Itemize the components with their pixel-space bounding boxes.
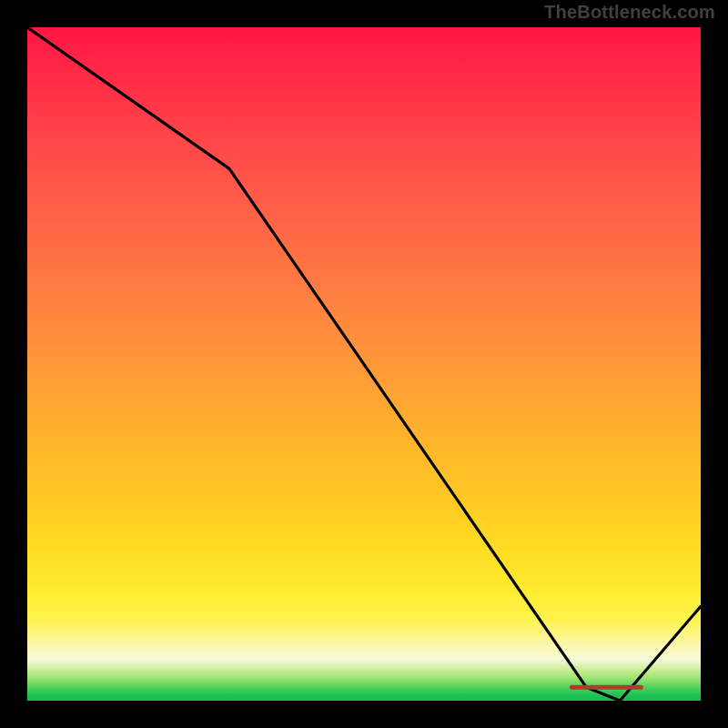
plot-area <box>27 27 701 701</box>
watermark-text: TheBottleneck.com <box>544 2 715 23</box>
chart-frame: TheBottleneck.com <box>0 0 728 728</box>
line-series <box>27 27 701 701</box>
